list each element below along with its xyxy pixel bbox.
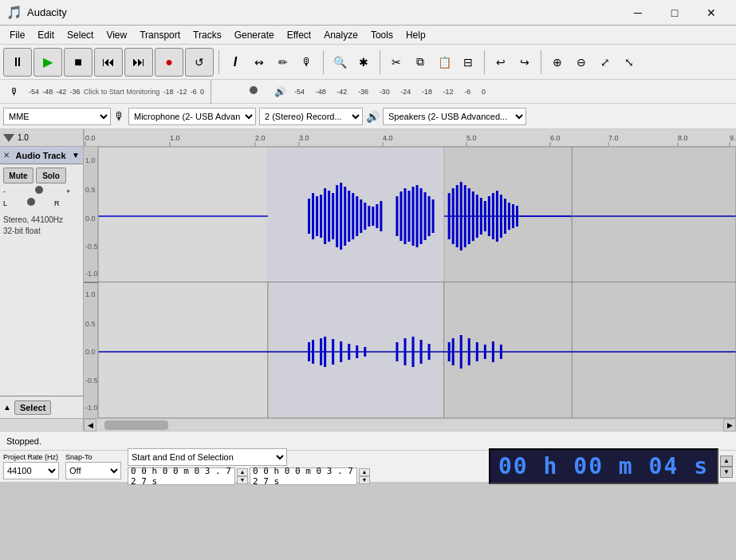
play-button[interactable]: ▶ [33, 48, 62, 77]
menu-file[interactable]: File [3, 28, 31, 42]
time1-up-button[interactable]: ▲ [237, 468, 248, 476]
solo-button[interactable]: Solo [36, 168, 66, 183]
track-menu-icon[interactable]: ▼ [72, 151, 80, 160]
time-input-2[interactable]: 0 0 h 0 0 m 0 3 . 7 2 7 s [250, 467, 357, 485]
svg-rect-118 [500, 345, 502, 359]
menu-tools[interactable]: Tools [364, 28, 399, 42]
svg-rect-37 [312, 193, 314, 239]
svg-rect-72 [476, 195, 478, 238]
svg-rect-113 [460, 335, 462, 369]
fit-project-button[interactable]: ⤢ [594, 51, 616, 73]
select-tool-button[interactable]: I [224, 51, 246, 73]
maximize-button[interactable]: □ [656, 0, 693, 26]
star-tool-button[interactable]: ✱ [352, 51, 375, 73]
record-button[interactable]: ● [155, 48, 183, 77]
menu-analyze[interactable]: Analyze [317, 28, 364, 42]
close-button[interactable]: ✕ [693, 0, 730, 26]
svg-rect-74 [484, 201, 486, 231]
time2-up-button[interactable]: ▲ [359, 468, 370, 476]
record-meter-button[interactable]: 🎙 [3, 81, 26, 103]
expand-icon[interactable]: ▲ [3, 403, 11, 412]
selection-type-select[interactable]: Start and End of Selection Start and Len… [128, 448, 287, 466]
big-time-text: 00 h 00 m 04 s [498, 453, 709, 479]
menu-view[interactable]: View [100, 28, 133, 42]
track-name[interactable]: Audio Track [16, 151, 66, 160]
prev-button[interactable]: ⏮ [94, 48, 123, 77]
svg-rect-63 [428, 196, 431, 236]
undo-button[interactable]: ↩ [490, 51, 512, 73]
waveform-area[interactable]: 1.0 0.5 0.0 -0.5 -1.0 Audio Track #1 Aud… [84, 147, 736, 418]
scroll-right-button[interactable]: ▶ [723, 419, 736, 432]
redo-button[interactable]: ↪ [514, 51, 536, 73]
pan-slider[interactable] [9, 199, 53, 208]
time-input-1[interactable]: 0 0 h 0 0 m 0 3 . 7 2 7 s [128, 467, 235, 485]
svg-rect-57 [403, 188, 406, 244]
loop-button[interactable]: ↺ [185, 48, 214, 77]
time-input-2-wrap: 0 0 h 0 0 m 0 3 . 7 2 7 s ▲ ▼ [250, 467, 370, 485]
svg-text:1.0: 1.0 [85, 156, 96, 164]
time1-down-button[interactable]: ▼ [237, 476, 248, 484]
menu-select[interactable]: Select [61, 28, 100, 42]
input-device-select[interactable]: Microphone (2- USB Advan... [128, 108, 256, 125]
toolbar-separator-2 [323, 50, 324, 74]
zoom-out-button[interactable]: ⊖ [570, 51, 592, 73]
svg-rect-116 [484, 345, 486, 359]
mute-button[interactable]: Mute [3, 168, 33, 183]
playhead-triangle-icon [3, 134, 14, 142]
cut-button[interactable]: ✂ [385, 51, 407, 73]
menu-transport[interactable]: Transport [133, 28, 187, 42]
envelope-tool-button[interactable]: ↭ [248, 51, 270, 73]
track-info: Stereo, 44100Hz 32-bit float [0, 211, 83, 240]
zoom-tool-button[interactable]: 🔍 [329, 51, 351, 73]
time-spin-2: ▲ ▼ [359, 468, 370, 484]
scroll-left-button[interactable]: ◀ [84, 419, 96, 432]
project-rate-label: Project Rate (Hz) [3, 453, 58, 461]
big-time-down-button[interactable]: ▼ [720, 467, 733, 478]
svg-rect-71 [472, 191, 474, 241]
paste-button[interactable]: 📋 [433, 51, 455, 73]
fit-track-button[interactable]: ⤡ [618, 51, 640, 73]
svg-text:1.0: 1.0 [170, 134, 180, 142]
statusbar: Stopped. [0, 431, 736, 450]
menu-tracks[interactable]: Tracks [187, 28, 228, 42]
pencil-tool-button[interactable]: ✏ [272, 51, 294, 73]
menu-effect[interactable]: Effect [281, 28, 317, 42]
track-controls: Mute Solo - + L R [0, 164, 83, 211]
project-rate-select[interactable]: 44100 22050 48000 [3, 462, 59, 479]
project-rate-group: Project Rate (Hz) 44100 22050 48000 [3, 453, 59, 479]
menu-generate[interactable]: Generate [228, 28, 281, 42]
select-button[interactable]: Select [14, 400, 51, 415]
svg-text:-0.5: -0.5 [85, 243, 98, 250]
svg-rect-36 [308, 199, 310, 234]
scroll-thumb[interactable] [104, 420, 168, 430]
output-device-select[interactable]: Speakers (2- USB Advanced... [383, 108, 526, 125]
time2-down-button[interactable]: ▼ [359, 476, 370, 484]
volume-slider[interactable] [218, 86, 266, 97]
svg-rect-70 [468, 188, 470, 244]
zoom-in-button[interactable]: ⊕ [546, 51, 569, 73]
playback-meter-button[interactable]: 🔊 [269, 81, 291, 103]
menu-edit[interactable]: Edit [31, 28, 61, 42]
pause-button[interactable]: ⏸ [3, 48, 32, 77]
scrollbar-track-spacer [0, 419, 84, 431]
host-select[interactable]: MME Windows DirectSound Windows WASAPI [3, 108, 111, 125]
copy-button[interactable]: ⧉ [409, 51, 431, 73]
svg-text:9.0: 9.0 [730, 134, 736, 142]
menu-help[interactable]: Help [399, 28, 432, 42]
mic-tool-button[interactable]: 🎙 [296, 51, 318, 73]
trim-button[interactable]: ⊟ [457, 51, 479, 73]
scroll-track[interactable] [96, 419, 723, 431]
svg-rect-108 [412, 337, 415, 367]
svg-rect-82 [516, 206, 518, 227]
minimize-button[interactable]: ─ [620, 0, 656, 26]
meter-separator [211, 80, 211, 104]
snap-to-select[interactable]: Off On [65, 462, 121, 479]
svg-text:-1.0: -1.0 [85, 404, 98, 412]
big-time-up-button[interactable]: ▲ [720, 455, 733, 467]
channels-select[interactable]: 2 (Stereo) Record... 1 (Mono) Record... [259, 108, 363, 125]
track-close-button[interactable]: ✕ [3, 151, 10, 160]
next-button[interactable]: ⏭ [124, 48, 153, 77]
gain-slider[interactable] [13, 187, 65, 196]
svg-rect-43 [336, 185, 338, 247]
stop-button[interactable]: ■ [64, 48, 92, 77]
